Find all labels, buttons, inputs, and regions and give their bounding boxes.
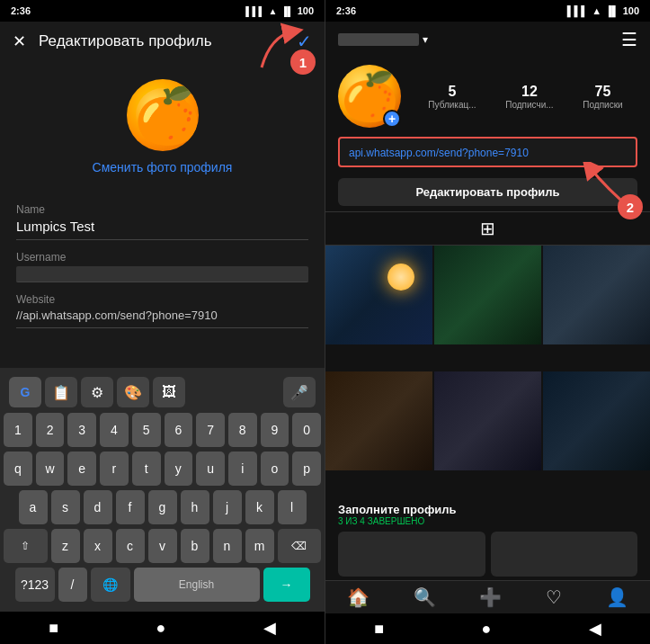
nav-circle-icon[interactable]: ● (156, 619, 165, 638)
profile-avatar[interactable] (127, 79, 199, 151)
enter-key[interactable]: → (263, 568, 310, 602)
complete-card-1[interactable] (338, 532, 485, 577)
nav-triangle-icon[interactable]: ◀ (263, 618, 276, 638)
key-b[interactable]: b (181, 529, 209, 563)
clipboard-key[interactable]: 📋 (45, 377, 77, 407)
key-h[interactable]: h (181, 490, 209, 524)
key-0[interactable]: 0 (292, 413, 321, 447)
key-d[interactable]: d (84, 490, 112, 524)
key-v[interactable]: v (148, 529, 177, 563)
add-photo-badge[interactable]: + (383, 110, 401, 128)
username-label: Username (16, 251, 308, 264)
left-phone: 2:36 ▌▌▌ ▲ ▐▌ 100 ✕ Редактировать профил… (0, 0, 325, 644)
key-y[interactable]: y (165, 452, 193, 486)
bottom-nav-icons: 🏠 🔍 ➕ ♡ 👤 (325, 580, 650, 613)
right-bottom-bar: ■ ● ◀ (325, 613, 650, 644)
key-i[interactable]: i (228, 452, 257, 486)
username-value[interactable] (16, 266, 308, 282)
keyboard-row-asdf: a s d f g h j k l (4, 490, 321, 524)
image-key[interactable]: 🖼 (153, 377, 185, 407)
key-6[interactable]: 6 (165, 413, 193, 447)
left-nav-bar: ■ ● ◀ (0, 612, 325, 644)
key-1[interactable]: 1 (4, 413, 32, 447)
photo-4[interactable] (325, 371, 432, 470)
settings-key[interactable]: ⚙ (81, 377, 113, 407)
key-j[interactable]: j (213, 490, 242, 524)
photo-5[interactable] (434, 371, 541, 470)
nav-square-icon[interactable]: ■ (49, 619, 58, 638)
right-nav-circle[interactable]: ● (481, 620, 491, 639)
name-value[interactable]: Lumpics Test (16, 219, 308, 240)
key-o[interactable]: o (261, 452, 289, 486)
key-p[interactable]: p (292, 452, 321, 486)
key-z[interactable]: z (51, 529, 80, 563)
key-8[interactable]: 8 (228, 413, 257, 447)
shift-key[interactable]: ⇧ (4, 529, 48, 563)
website-value[interactable]: //api.whatsapp.com/send?phone=7910 (16, 309, 308, 328)
key-a[interactable]: a (19, 490, 48, 524)
key-k[interactable]: k (245, 490, 274, 524)
key-r[interactable]: r (100, 452, 129, 486)
key-f[interactable]: f (116, 490, 145, 524)
key-w[interactable]: w (36, 452, 65, 486)
right-battery-pct: 100 (623, 5, 639, 16)
key-n[interactable]: n (213, 529, 242, 563)
photo-6[interactable] (543, 371, 650, 470)
google-key[interactable]: G (9, 377, 41, 407)
following-count: 75 (595, 84, 611, 100)
followers-stat: 12 Подписчи... (505, 84, 553, 110)
key-3[interactable]: 3 (67, 413, 96, 447)
edit-form: Name Lumpics Test Username Website //api… (0, 183, 325, 368)
slash-key[interactable]: / (58, 568, 87, 602)
key-2[interactable]: 2 (36, 413, 65, 447)
key-7[interactable]: 7 (196, 413, 225, 447)
battery-pct: 100 (298, 5, 314, 16)
key-g[interactable]: g (148, 490, 177, 524)
globe-key[interactable]: 🌐 (91, 568, 130, 602)
key-m[interactable]: m (245, 529, 274, 563)
key-s[interactable]: s (51, 490, 80, 524)
chevron-down-icon[interactable]: ▾ (423, 33, 428, 46)
key-x[interactable]: x (84, 529, 112, 563)
key-q[interactable]: q (4, 452, 32, 486)
right-nav-triangle[interactable]: ◀ (589, 619, 601, 639)
profile-nav-icon[interactable]: 👤 (606, 586, 628, 608)
wifi-icon: ▲ (269, 6, 278, 16)
posts-label: Публикац... (428, 100, 476, 110)
key-u[interactable]: u (196, 452, 225, 486)
home-nav-icon[interactable]: 🏠 (347, 586, 370, 608)
grid-view-icon[interactable]: ⊞ (480, 218, 495, 239)
emoji-key[interactable]: 🎨 (117, 377, 149, 407)
sym-key[interactable]: ?123 (15, 568, 55, 602)
close-icon[interactable]: ✕ (13, 31, 26, 51)
left-status-icons: ▌▌▌ ▲ ▐▌ 100 (245, 5, 314, 16)
change-photo-link[interactable]: Сменить фото профиля (93, 160, 233, 174)
right-battery-icon: ▐▌ (605, 5, 619, 16)
complete-sub: 3 ИЗ 4 ЗАВЕРШЕНО (338, 516, 637, 526)
badge-2: 2 (618, 194, 643, 219)
mic-key[interactable]: 🎤 (283, 377, 316, 407)
username-blur (338, 33, 419, 46)
key-l[interactable]: l (278, 490, 307, 524)
key-9[interactable]: 9 (261, 413, 289, 447)
space-key[interactable]: English (134, 568, 260, 602)
heart-nav-icon[interactable]: ♡ (546, 586, 562, 608)
backspace-key[interactable]: ⌫ (278, 529, 322, 563)
complete-card-2[interactable] (491, 532, 638, 577)
search-nav-icon[interactable]: 🔍 (414, 586, 436, 608)
photo-1[interactable] (325, 246, 432, 344)
key-5[interactable]: 5 (132, 413, 161, 447)
key-c[interactable]: c (116, 529, 145, 563)
right-nav-square[interactable]: ■ (374, 620, 384, 639)
key-4[interactable]: 4 (100, 413, 129, 447)
complete-cards (338, 532, 637, 577)
photo-2[interactable] (434, 246, 541, 344)
photo-3[interactable] (543, 246, 650, 344)
key-e[interactable]: e (67, 452, 96, 486)
add-nav-icon[interactable]: ➕ (479, 586, 502, 608)
right-topbar: ▾ ☰ (325, 22, 650, 58)
following-label: Подписки (583, 100, 622, 110)
menu-icon[interactable]: ☰ (621, 29, 637, 50)
key-t[interactable]: t (132, 452, 161, 486)
right-wifi-icon: ▲ (592, 5, 601, 16)
